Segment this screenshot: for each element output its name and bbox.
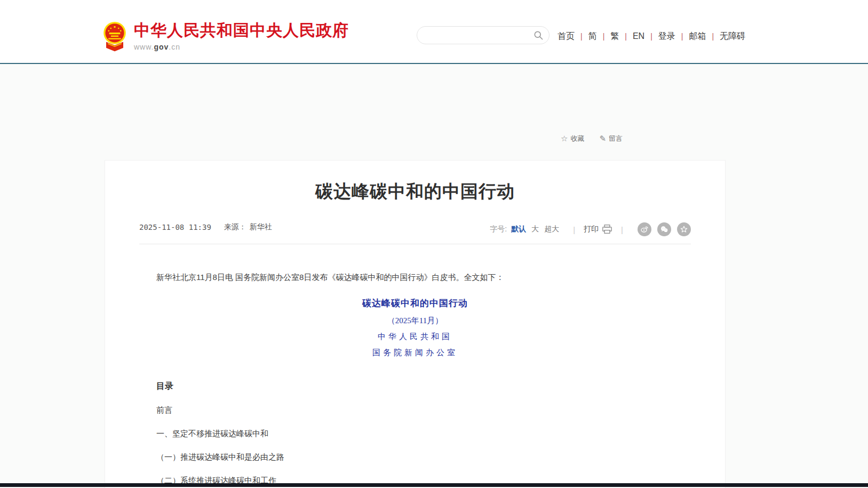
publish-datetime: 2025-11-08 11:39 bbox=[139, 223, 211, 231]
search-input[interactable] bbox=[417, 27, 533, 43]
toc-item-preface[interactable]: 前言 bbox=[156, 405, 691, 415]
nav-separator: | bbox=[681, 32, 683, 41]
printer-icon bbox=[602, 225, 612, 234]
nav-separator: | bbox=[650, 32, 652, 41]
source-label: 来源： bbox=[224, 222, 246, 232]
toc-list: 前言 一、坚定不移推进碳达峰碳中和 （一）推进碳达峰碳中和是必由之路 （二）系统… bbox=[139, 405, 691, 488]
nav-home[interactable]: 首页 bbox=[558, 31, 575, 42]
star-share-icon bbox=[680, 225, 688, 234]
share-weibo-button[interactable] bbox=[638, 222, 651, 236]
url-cn: .cn bbox=[169, 43, 180, 51]
nav-simplified[interactable]: 简 bbox=[588, 31, 597, 42]
print-button[interactable]: 打印 bbox=[584, 225, 612, 234]
weibo-icon bbox=[640, 225, 649, 234]
nav-accessibility[interactable]: 无障碍 bbox=[720, 31, 745, 42]
article-quick-actions: ☆ 收藏 ✎ 留言 bbox=[561, 134, 638, 143]
nav-mail[interactable]: 邮箱 bbox=[689, 31, 706, 42]
share-favorite-button[interactable] bbox=[677, 222, 691, 236]
font-size-large-button[interactable]: 大 bbox=[531, 225, 539, 234]
font-size-xlarge-button[interactable]: 超大 bbox=[544, 225, 559, 234]
article-title: 碳达峰碳中和的中国行动 bbox=[139, 179, 691, 204]
top-nav: 首页 | 简 | 繁 | EN | 登录 | 邮箱 | 无障碍 bbox=[558, 30, 745, 43]
document-date: （2025年11月） bbox=[139, 316, 691, 326]
nav-separator: | bbox=[580, 32, 583, 41]
article-meta-tools: 字号: 默认 大 超大 | 打印 | bbox=[490, 222, 691, 236]
url-www: www. bbox=[134, 43, 154, 51]
favorite-button[interactable]: ☆ 收藏 bbox=[561, 134, 584, 143]
search-icon[interactable] bbox=[533, 30, 544, 41]
favorite-label: 收藏 bbox=[570, 134, 584, 143]
site-url: www.gov.cn bbox=[134, 43, 349, 51]
article-card: 碳达峰碳中和的中国行动 2025-11-08 11:39 来源： 新华社 字号:… bbox=[105, 160, 726, 488]
font-size-label: 字号: bbox=[490, 225, 507, 234]
meta-separator: | bbox=[621, 225, 623, 234]
nav-login[interactable]: 登录 bbox=[658, 31, 675, 42]
wechat-icon bbox=[660, 225, 668, 234]
site-title: 中华人民共和国中央人民政府 bbox=[134, 21, 349, 39]
document-title: 碳达峰碳中和的中国行动 bbox=[139, 297, 691, 309]
national-emblem-logo bbox=[102, 21, 128, 52]
url-gov: gov bbox=[154, 43, 169, 51]
page-body-background: ☆ 收藏 ✎ 留言 碳达峰碳中和的中国行动 2025-11-08 11:39 来… bbox=[0, 64, 868, 488]
source-value[interactable]: 新华社 bbox=[250, 222, 272, 232]
share-wechat-button[interactable] bbox=[657, 222, 671, 236]
font-size-default-button[interactable]: 默认 bbox=[511, 225, 526, 234]
search-box[interactable] bbox=[417, 26, 550, 44]
toc-item-section1[interactable]: 一、坚定不移推进碳达峰碳中和 bbox=[156, 428, 691, 439]
print-label: 打印 bbox=[584, 225, 599, 234]
document-org-line2: 国务院新闻办公室 bbox=[139, 348, 691, 358]
brand-text: 中华人民共和国中央人民政府 www.gov.cn bbox=[134, 21, 349, 51]
toc-item-section1-1[interactable]: （一）推进碳达峰碳中和是必由之路 bbox=[156, 452, 691, 462]
toc-heading: 目录 bbox=[156, 381, 691, 392]
document-org-line1: 中华人民共和国 bbox=[139, 332, 691, 342]
nav-separator: | bbox=[625, 32, 627, 41]
pencil-icon: ✎ bbox=[599, 134, 606, 143]
nav-separator: | bbox=[712, 32, 714, 41]
page: 中华人民共和国中央人民政府 www.gov.cn 首页 | 简 | 繁 | EN… bbox=[0, 0, 868, 488]
star-outline-icon: ☆ bbox=[561, 134, 568, 143]
nav-english[interactable]: EN bbox=[633, 31, 644, 41]
article-intro-paragraph: 新华社北京11月8日电 国务院新闻办公室8日发布《碳达峰碳中和的中国行动》白皮书… bbox=[156, 271, 691, 283]
article-meta-row: 2025-11-08 11:39 来源： 新华社 字号: 默认 大 超大 | 打… bbox=[139, 222, 691, 236]
nav-separator: | bbox=[603, 32, 605, 41]
meta-divider bbox=[139, 244, 691, 244]
viewport-bottom-bar bbox=[0, 483, 868, 487]
message-button[interactable]: ✎ 留言 bbox=[599, 134, 623, 143]
nav-traditional[interactable]: 繁 bbox=[610, 31, 619, 42]
site-brand[interactable]: 中华人民共和国中央人民政府 www.gov.cn bbox=[102, 21, 349, 52]
site-header: 中华人民共和国中央人民政府 www.gov.cn 首页 | 简 | 繁 | EN… bbox=[0, 0, 868, 63]
message-label: 留言 bbox=[609, 134, 623, 143]
meta-separator: | bbox=[573, 225, 575, 234]
